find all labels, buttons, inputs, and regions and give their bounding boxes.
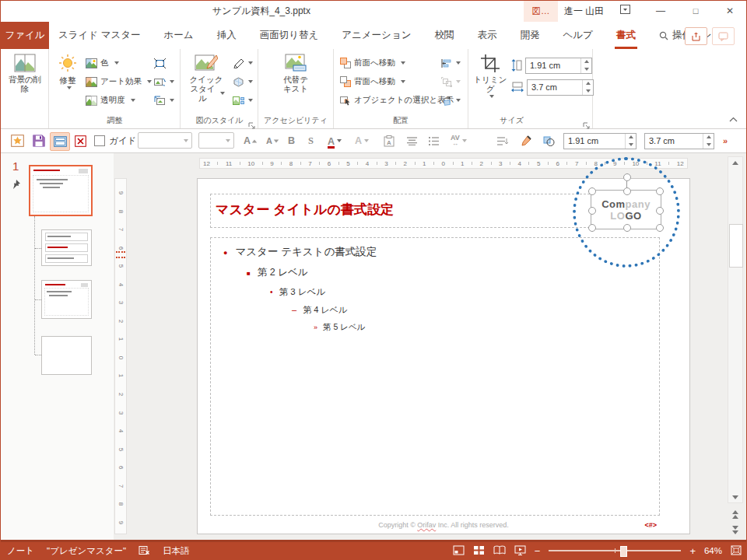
dropdown-caret-icon	[184, 139, 188, 142]
shape-width-input[interactable]: 3.7 cm	[527, 79, 594, 96]
scrollbar-thumb[interactable]	[729, 224, 743, 268]
save-button[interactable]	[30, 132, 47, 149]
send-backward-button[interactable]: 背面へ移動	[340, 73, 405, 90]
toolbar-width-input[interactable]: 3.7 cm	[644, 132, 714, 149]
artistic-effects-button[interactable]: アート効果	[86, 73, 152, 90]
quick-styles-button[interactable]: クイック スタイル	[188, 54, 225, 103]
tab-view[interactable]: 表示	[475, 22, 498, 49]
ribbon-display-options-button[interactable]	[612, 1, 637, 22]
scroll-up-button[interactable]	[728, 157, 742, 168]
align-objects-button[interactable]	[441, 54, 461, 72]
normal-view-button[interactable]	[453, 545, 465, 557]
reset-picture-button[interactable]	[154, 92, 174, 109]
tab-slide-master[interactable]: スライド マスター	[57, 22, 142, 49]
selection-pane-button[interactable]: オブジェクトの選択と表示	[340, 92, 454, 109]
line-spacing-button[interactable]	[497, 132, 508, 149]
bold-button[interactable]: B	[288, 132, 295, 149]
tab-transitions[interactable]: 画面切り替え	[258, 22, 321, 49]
tab-format[interactable]: 書式	[615, 22, 637, 49]
size-dialog-launcher[interactable]	[583, 118, 590, 125]
comments-button[interactable]	[712, 27, 735, 45]
toolbar-height-spinner[interactable]	[625, 134, 636, 149]
notes-button[interactable]: ノート	[7, 545, 34, 557]
fit-to-window-button[interactable]	[731, 545, 742, 557]
contextual-tab-overflow[interactable]: 図…	[524, 1, 558, 22]
tab-home[interactable]: ホーム	[163, 22, 195, 49]
height-spinner[interactable]	[580, 58, 591, 73]
zoom-slider-tick	[615, 548, 615, 553]
tab-animations[interactable]: アニメーション	[340, 22, 412, 49]
increase-font-button[interactable]: A	[244, 132, 258, 149]
tab-insert[interactable]: 挿入	[216, 22, 238, 49]
previous-slide-button[interactable]	[728, 508, 743, 520]
format-painter-button[interactable]	[521, 132, 531, 149]
rotate-objects-button[interactable]	[441, 92, 461, 109]
vertical-ruler[interactable]: 9876543210123456789	[114, 178, 127, 534]
font-name-dropdown[interactable]	[138, 132, 192, 149]
alt-text-button[interactable]: 代替テ キスト	[275, 54, 316, 93]
compress-picture-button[interactable]	[154, 54, 166, 72]
reading-view-button[interactable]	[493, 545, 506, 557]
close-button[interactable]: ✕	[717, 1, 742, 22]
shape-combine-button[interactable]	[543, 132, 555, 149]
zoom-in-button[interactable]: +	[689, 545, 696, 557]
bullets-button[interactable]	[429, 132, 439, 149]
color-button[interactable]: 色	[86, 54, 119, 72]
corrections-button[interactable]: 修整	[54, 54, 81, 89]
toolbar-overflow-button[interactable]: »	[723, 132, 727, 149]
tab-help[interactable]: ヘルプ	[561, 22, 594, 49]
scroll-down-button[interactable]	[728, 492, 742, 502]
layout-thumbnail-2[interactable]	[41, 280, 92, 319]
proofing-status-button[interactable]	[139, 545, 150, 557]
share-button[interactable]	[685, 27, 707, 45]
toolbar-height-input[interactable]: 1.91 cm	[563, 132, 637, 149]
font-color-button[interactable]: A	[328, 132, 342, 149]
toolbar-width-spinner[interactable]	[703, 134, 714, 149]
change-picture-button[interactable]	[154, 73, 174, 90]
picture-styles-dialog-launcher[interactable]	[248, 118, 255, 125]
slide-canvas[interactable]: マスター タイトルの書式設定 ● マスター テキストの書式設定 ■ 第 2 レベ…	[197, 178, 690, 534]
picture-border-button[interactable]	[233, 54, 253, 72]
transparency-button[interactable]: 透明度	[86, 92, 135, 109]
crop-button[interactable]: トリミング	[473, 54, 507, 98]
user-name[interactable]: 進一 山田	[564, 1, 604, 22]
slideshow-view-button[interactable]	[514, 545, 526, 557]
vertical-scrollbar[interactable]	[728, 156, 743, 503]
collapse-ribbon-button[interactable]	[729, 111, 738, 125]
shadow-button[interactable]: S	[308, 132, 314, 149]
zoom-level[interactable]: 64%	[704, 546, 722, 555]
body-placeholder[interactable]: ● マスター テキストの書式設定 ■ 第 2 レベル • 第 3 レベル – 第…	[210, 237, 660, 516]
align-text-button[interactable]	[407, 132, 417, 149]
picture-layout-button[interactable]	[233, 92, 253, 109]
tab-developer[interactable]: 開発	[518, 22, 541, 49]
crop-icon	[480, 54, 500, 72]
bring-forward-button[interactable]: 前面へ移動	[340, 54, 405, 72]
font-size-dropdown[interactable]	[198, 132, 234, 149]
character-spacing-button[interactable]: AV ↔	[451, 132, 467, 149]
zoom-slider-thumb[interactable]	[620, 546, 627, 557]
guide-checkbox[interactable]: ガイド	[94, 132, 136, 149]
slide-layout-button[interactable]	[50, 132, 70, 151]
tab-file[interactable]: ファイル	[1, 22, 49, 49]
zoom-out-button[interactable]: −	[535, 545, 541, 557]
slide-sorter-view-button[interactable]	[473, 545, 485, 557]
maximize-button[interactable]: □	[683, 1, 708, 22]
group-objects-button[interactable]	[441, 73, 461, 90]
layout-thumbnail-3[interactable]	[41, 336, 92, 375]
next-slide-button[interactable]	[728, 523, 743, 536]
delete-button[interactable]	[72, 132, 89, 149]
remove-background-button[interactable]: 背景の削除	[8, 54, 42, 93]
master-thumbnail[interactable]	[29, 165, 93, 216]
paste-format-button[interactable]: A	[384, 132, 395, 149]
tab-review[interactable]: 校閲	[433, 22, 455, 49]
decrease-font-button[interactable]: A	[266, 132, 279, 149]
minimize-button[interactable]: —	[648, 1, 673, 22]
language-button[interactable]: 日本語	[163, 545, 190, 557]
preserve-master-button[interactable]	[9, 132, 26, 149]
character-outline-button[interactable]: A	[355, 132, 369, 149]
zoom-slider[interactable]	[549, 550, 681, 551]
shape-height-input[interactable]: 1.91 cm	[525, 58, 592, 74]
picture-effects-button[interactable]	[233, 73, 253, 90]
width-spinner[interactable]	[582, 80, 593, 95]
layout-thumbnail-1[interactable]	[41, 229, 92, 266]
